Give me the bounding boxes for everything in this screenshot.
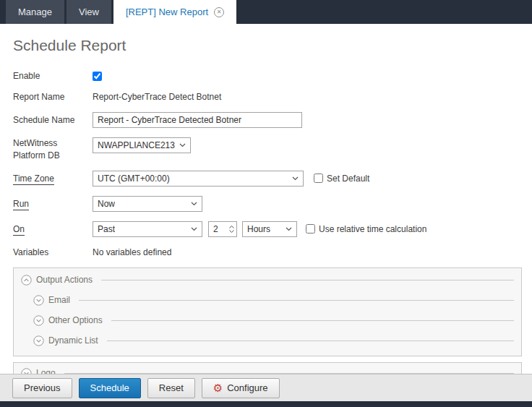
reset-button[interactable]: Reset xyxy=(147,378,195,398)
section-output-actions-label: Output Actions xyxy=(36,275,93,285)
timezone-select[interactable]: UTC (GMT+00:00) xyxy=(93,171,304,187)
chevron-down-icon xyxy=(286,227,292,231)
section-email-label: Email xyxy=(48,295,70,305)
run-label: Run xyxy=(13,198,93,210)
configure-button[interactable]: ⚙ Configure xyxy=(202,378,280,398)
section-logo-label: Logo xyxy=(36,368,56,374)
chevron-down-icon xyxy=(191,202,197,206)
tab-bar: Manage View [REPT] New Report ✕ xyxy=(0,0,532,24)
section-other-options-label: Other Options xyxy=(48,315,103,325)
close-tab-icon[interactable]: ✕ xyxy=(214,7,224,17)
on-period-value: Past xyxy=(98,224,115,234)
enable-row: Enable xyxy=(13,70,522,82)
gear-icon: ⚙ xyxy=(213,382,223,393)
db-select[interactable]: NWAPPLIANCE21328 · xyxy=(93,137,191,153)
db-label: NetWitness Platform DB xyxy=(13,137,93,160)
tab-view-label: View xyxy=(79,7,99,17)
schedule-name-row: Schedule Name xyxy=(13,112,522,128)
tab-manage[interactable]: Manage xyxy=(6,0,64,24)
variables-label: Variables xyxy=(13,247,93,258)
timezone-select-value: UTC (GMT+00:00) xyxy=(98,173,170,184)
section-divider xyxy=(107,340,514,341)
tab-view[interactable]: View xyxy=(66,0,111,24)
schedule-button[interactable]: Schedule xyxy=(79,378,141,398)
page-title: Schedule Report xyxy=(13,37,522,54)
previous-button[interactable]: Previous xyxy=(12,378,72,398)
chevron-up-circle-icon xyxy=(21,275,32,286)
chevron-down-icon xyxy=(179,143,186,147)
on-unit-value: Hours xyxy=(247,224,270,234)
chevron-down-icon xyxy=(229,230,234,233)
on-row: On Past 2 Hours xyxy=(13,221,522,237)
section-dynamic-list[interactable]: Dynamic List xyxy=(33,335,514,346)
on-unit-select[interactable]: Hours xyxy=(242,221,297,237)
output-actions-children: Email Other Options Dynamic List xyxy=(21,295,514,346)
stepper-arrows[interactable] xyxy=(226,222,236,236)
run-select[interactable]: Now xyxy=(93,196,202,212)
report-name-value: Report-CyberTrace Detect Botnet xyxy=(93,92,221,102)
tab-manage-label: Manage xyxy=(18,7,52,17)
logo-panel: Logo xyxy=(13,362,522,374)
timezone-row: Time Zone UTC (GMT+00:00) Set Default xyxy=(13,171,522,187)
chevron-down-circle-icon xyxy=(21,368,32,374)
chevron-down-circle-icon xyxy=(33,335,44,346)
relative-time-checkbox[interactable] xyxy=(306,224,315,234)
on-count-stepper[interactable]: 2 xyxy=(208,221,237,237)
section-dynamic-list-label: Dynamic List xyxy=(48,335,98,346)
relative-time-group: Use relative time calculation xyxy=(306,224,426,234)
bottom-strip xyxy=(0,401,532,407)
tab-new-report-label: [REPT] New Report xyxy=(126,7,208,17)
timezone-label: Time Zone xyxy=(13,173,93,184)
section-email[interactable]: Email xyxy=(33,295,514,306)
chevron-down-icon xyxy=(292,176,299,181)
db-row: NetWitness Platform DB NWAPPLIANCE21328 … xyxy=(13,137,522,160)
chevron-up-icon xyxy=(229,226,234,228)
section-divider xyxy=(111,320,514,321)
variables-row: Variables No variables defined xyxy=(13,247,522,258)
db-label-line1: NetWitness xyxy=(13,138,57,148)
chevron-down-circle-icon xyxy=(33,295,44,306)
schedule-report-form: Schedule Report Enable Report Name Repor… xyxy=(0,24,532,374)
schedule-name-input[interactable] xyxy=(93,112,302,128)
section-divider xyxy=(79,300,514,301)
variables-value: No variables defined xyxy=(93,247,171,257)
run-select-value: Now xyxy=(98,199,115,209)
section-logo[interactable]: Logo xyxy=(21,368,514,374)
enable-label: Enable xyxy=(13,70,93,82)
set-default-label: Set Default xyxy=(327,173,369,184)
report-name-row: Report Name Report-CyberTrace Detect Bot… xyxy=(13,91,522,103)
app-window: Manage View [REPT] New Report ✕ Schedule… xyxy=(0,0,532,407)
set-default-group: Set Default xyxy=(314,173,369,184)
set-default-checkbox[interactable] xyxy=(314,173,323,183)
tab-new-report[interactable]: [REPT] New Report ✕ xyxy=(113,0,236,24)
report-name-label: Report Name xyxy=(13,91,93,103)
enable-checkbox[interactable] xyxy=(93,72,102,81)
chevron-down-icon xyxy=(191,227,197,231)
run-row: Run Now xyxy=(13,196,522,212)
configure-label: Configure xyxy=(227,382,267,393)
on-count-value: 2 xyxy=(209,222,226,236)
on-period-select[interactable]: Past xyxy=(93,221,202,237)
schedule-name-label: Schedule Name xyxy=(13,114,93,126)
db-label-line2: Platform DB xyxy=(13,150,60,160)
db-select-value: NWAPPLIANCE21328 · xyxy=(98,140,175,150)
on-label: On xyxy=(13,223,93,235)
output-actions-panel: Output Actions Email Other Options xyxy=(13,267,522,356)
chevron-down-circle-icon xyxy=(33,315,44,326)
section-divider xyxy=(101,280,514,280)
footer-bar: Previous Schedule Reset ⚙ Configure xyxy=(0,374,532,401)
relative-time-label: Use relative time calculation xyxy=(319,224,426,234)
section-other-options[interactable]: Other Options xyxy=(33,315,514,326)
section-output-actions[interactable]: Output Actions xyxy=(21,275,514,286)
